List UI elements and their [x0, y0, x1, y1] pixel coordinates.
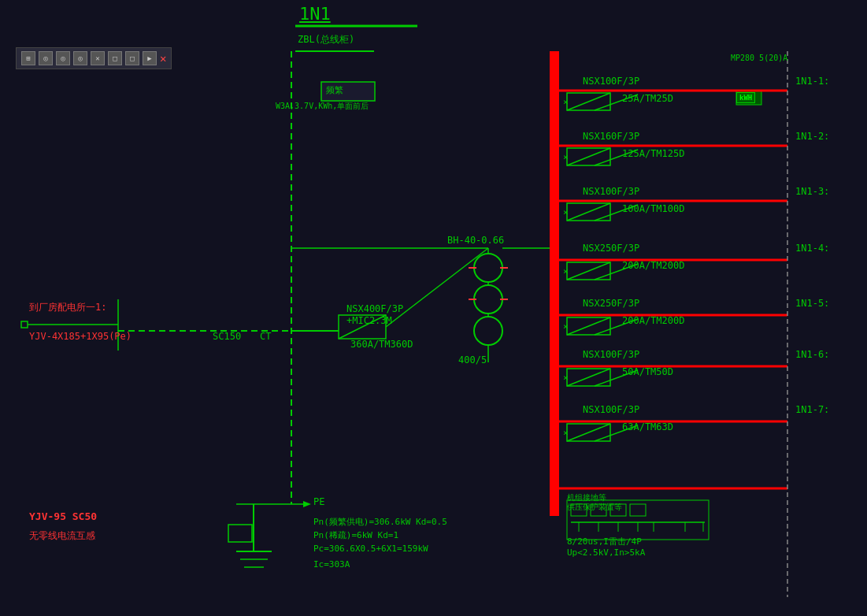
svg-text:×: × [563, 152, 569, 162]
meter-sub: W3A,3.7V,KWh,单面前后 [276, 101, 369, 112]
svg-line-71 [386, 248, 488, 327]
svg-text:×: × [563, 97, 569, 107]
ct-label: BH-40-0.66 [447, 235, 504, 246]
svg-marker-64 [303, 501, 311, 507]
svg-rect-34 [567, 93, 610, 110]
circuit-2-breaker: NSX160F/3P [583, 131, 639, 142]
svg-rect-76 [630, 504, 646, 516]
cable-aux: YJV-95 SC50 [29, 510, 97, 522]
svg-text:×: × [563, 321, 569, 332]
toolbar-icon-2[interactable]: ◎ [39, 51, 53, 65]
circuit-5-breaker: NSX250F/3P [583, 298, 639, 309]
bottom-spec: 8/20us,I雷击/4P [567, 536, 642, 547]
svg-line-41 [567, 203, 610, 221]
circuit-7-rating: 63A/TM63D [622, 421, 673, 432]
svg-text:×: × [563, 207, 569, 217]
ct-label-main: CT [260, 331, 271, 342]
svg-line-47 [567, 317, 610, 335]
svg-line-44 [567, 262, 610, 280]
circuit-3-id: 1N1-3: [795, 186, 829, 197]
svg-line-35 [567, 93, 610, 110]
circuit-1-id: 1N1-1: [795, 76, 829, 87]
circuit-6-rating: 50A/TM50D [622, 366, 673, 377]
circuit-4-breaker: NSX250F/3P [583, 243, 639, 254]
ct-ratio: 400/5 [458, 354, 487, 366]
toolbar-icon-3[interactable]: ◎ [56, 51, 70, 65]
circuit-1-rating: 25A/TM25D [622, 93, 673, 104]
pe-label: PE [313, 496, 324, 507]
svg-line-50 [567, 369, 610, 386]
circuit-2-id: 1N1-2: [795, 131, 829, 142]
calc-pn-normal: Pn(频繁供电)=306.6kW Kd=0.5 [313, 516, 447, 528]
cable-main: YJV-4X185+1X95(Pe) [29, 331, 132, 342]
circuit-4-id: 1N1-4: [795, 243, 829, 254]
svg-rect-4 [21, 321, 28, 328]
circuit-5-rating: 200A/TM200D [622, 315, 684, 326]
svg-text:×: × [563, 428, 569, 438]
calc-ic: Ic=303A [313, 559, 350, 570]
circuit-4-rating: 200A/TM200D [622, 260, 684, 271]
svg-rect-49 [567, 369, 610, 386]
circuit-7-breaker: NSX100F/3P [583, 404, 639, 415]
svg-rect-52 [567, 424, 610, 441]
toolbar-icon-6[interactable]: □ [108, 51, 122, 65]
toolbar-icon-5[interactable]: ✕ [91, 51, 105, 65]
circuit-3-breaker: NSX100F/3P [583, 186, 639, 197]
zbl-label: ZBL(总线柜) [298, 33, 354, 46]
svg-rect-46 [567, 317, 610, 335]
toolbar-icon-4[interactable]: ◎ [73, 51, 87, 65]
feed-label: 到厂房配电所一1: [29, 301, 106, 314]
toolbar-close-icon[interactable]: ✕ [160, 52, 166, 65]
aux-label: 无零线电流互感 [29, 529, 95, 543]
circuit-6-id: 1N1-6: [795, 349, 829, 360]
circuit-6-breaker: NSX100F/3P [583, 349, 639, 360]
svg-text:×: × [563, 373, 569, 383]
svg-text:×: × [563, 266, 569, 276]
main-breaker-rating: 360A/TM360D [350, 339, 413, 350]
svg-line-38 [567, 148, 610, 165]
circuit-7-id: 1N1-7: [795, 404, 829, 415]
svg-point-11 [474, 317, 502, 345]
toolbar-icon-8[interactable]: ▶ [143, 51, 157, 65]
meter-label: 频繁 [326, 84, 343, 96]
kwh-label: kWH [736, 92, 755, 103]
main-title: 1N1 [299, 4, 331, 24]
circuit-3-rating: 100A/TM100D [622, 203, 684, 214]
circuit-2-rating: 125A/TM125D [622, 148, 684, 159]
calc-pn-rare: Pn(稀疏)=6kW Kd=1 [313, 529, 398, 541]
svg-rect-37 [567, 148, 610, 165]
calc-pc: Pc=306.6X0.5+6X1=159kW [313, 544, 428, 554]
svg-line-53 [567, 424, 610, 441]
svg-rect-69 [228, 525, 252, 542]
mp-label: MP280 5(20)A [731, 54, 787, 62]
svg-rect-43 [567, 262, 610, 280]
conduit-main: SC150 [213, 331, 241, 342]
toolbar: ⊞ ◎ ◎ ◎ ✕ □ □ ▶ ✕ [16, 47, 172, 69]
main-breaker-extra: +MIC2.3M [346, 315, 392, 326]
svg-rect-40 [567, 203, 610, 221]
bottom-rating: Up<2.5kV,In>5kA [567, 547, 645, 558]
svg-point-9 [474, 254, 502, 282]
svg-point-10 [474, 285, 502, 314]
circuit-5-id: 1N1-5: [795, 298, 829, 309]
circuit-1-breaker: NSX100F/3P [583, 76, 639, 87]
main-breaker-type: NSX400F/3P [346, 303, 403, 314]
toolbar-icon-1[interactable]: ⊞ [21, 51, 35, 65]
toolbar-icon-7[interactable]: □ [125, 51, 139, 65]
svg-rect-22 [550, 51, 559, 516]
bottom-label2: 供压保护装置等 [567, 502, 622, 513]
